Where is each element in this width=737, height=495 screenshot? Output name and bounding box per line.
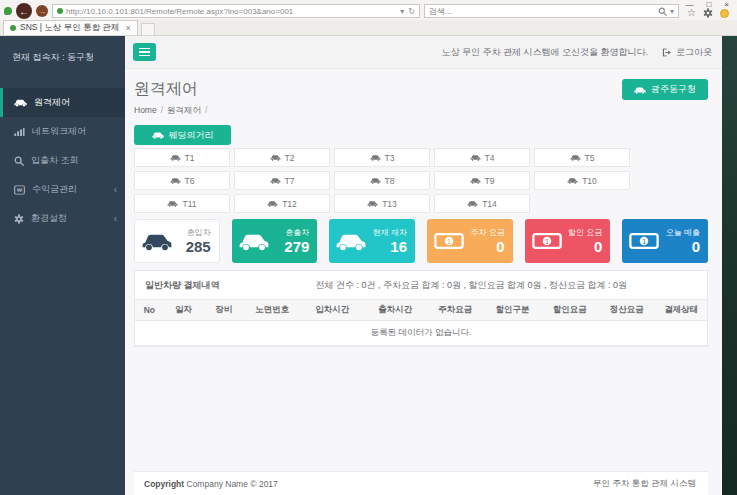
- browser-search-input[interactable]: [429, 7, 654, 16]
- chevron-left-icon: ‹: [114, 184, 117, 195]
- terminal-button-t7[interactable]: T7: [234, 171, 330, 190]
- url-text[interactable]: http://10.10.0.101:801/Remote/Remote.asp…: [66, 7, 397, 16]
- car-icon: [170, 154, 181, 161]
- maximize-button[interactable]: □: [706, 1, 711, 9]
- stat-value: 279: [284, 239, 309, 256]
- site-select-label: 광주동구청: [651, 83, 696, 96]
- stat-value: 0: [594, 239, 602, 256]
- terminal-label: T5: [585, 153, 595, 163]
- terminal-button-t5[interactable]: T5: [534, 148, 630, 167]
- breadcrumb-separator: /: [161, 105, 163, 117]
- system-name: 무인 주차 통합 관제 시스템: [593, 478, 696, 490]
- page-heading: 원격제어 Home / 원격제어 / 광주동구청: [125, 69, 722, 117]
- terminal-button-t3[interactable]: T3: [334, 148, 430, 167]
- copyright-bold: Copyright: [144, 479, 184, 489]
- tab-favicon: [10, 25, 16, 31]
- car-icon: [467, 200, 478, 207]
- terminal-label: T10: [582, 176, 597, 186]
- terminal-button-t6[interactable]: T6: [134, 171, 230, 190]
- stat-card-total-entries: 총입차285: [134, 219, 220, 263]
- sidebar-item-remote-control[interactable]: 원격제어: [0, 88, 125, 117]
- terminal-button-t9[interactable]: T9: [434, 171, 530, 190]
- address-bar[interactable]: http://10.10.0.101:801/Remote/Remote.asp…: [52, 4, 420, 18]
- terminal-label: T2: [285, 153, 295, 163]
- refresh-icon[interactable]: ↻: [408, 7, 415, 16]
- breadcrumb-home-link[interactable]: Home: [134, 105, 157, 117]
- column-header-equipment: 장비: [204, 300, 244, 321]
- sidebar-item-settings[interactable]: 환경설정 ‹: [0, 204, 125, 233]
- close-button[interactable]: ×: [724, 1, 729, 9]
- stat-card-currently-parked: 현재 재차16: [329, 219, 415, 263]
- car-icon: [267, 200, 278, 207]
- page-footer: Copyright Company Name © 2017 무인 주차 통합 관…: [134, 471, 708, 495]
- sidebar-item-label: 수익금관리: [32, 183, 77, 196]
- column-header-discount-type: 할인구분: [484, 300, 541, 321]
- terminal-button-t10[interactable]: T10: [534, 171, 630, 190]
- stat-label: 현재 재차: [373, 227, 407, 238]
- browser-app-icon: [4, 7, 12, 15]
- car-icon: [370, 154, 381, 161]
- minimize-button[interactable]: —: [685, 1, 693, 9]
- stat-value: 0: [692, 239, 700, 256]
- car-icon: [336, 231, 366, 251]
- logout-button[interactable]: 로그아웃: [662, 46, 712, 59]
- terminal-button-t13[interactable]: T13: [334, 194, 430, 213]
- browser-search-box[interactable]: ▾: [424, 4, 679, 18]
- browser-tab[interactable]: SNS | 노상 무인 통합 관제 ×: [3, 20, 138, 35]
- terminal-button-t2[interactable]: T2: [234, 148, 330, 167]
- new-tab-button[interactable]: [141, 23, 155, 35]
- sidebar-item-entry-exit-search[interactable]: 입출차 조회: [0, 146, 125, 175]
- stat-label: 할인 요금: [568, 227, 602, 238]
- payment-table: No 일자 장비 노면번호 입차시간 출차시간 주차요금 할인구분 할인요금 정…: [135, 299, 707, 346]
- terminal-button-t4[interactable]: T4: [434, 148, 530, 167]
- terminal-button-t12[interactable]: T12: [234, 194, 330, 213]
- browser-back-button[interactable]: ←: [16, 3, 32, 19]
- panel-title: 일반차량 결제내역: [145, 279, 220, 292]
- breadcrumb-current: 원격제어: [167, 105, 201, 117]
- browser-settings-gear-icon[interactable]: [703, 8, 713, 18]
- feedback-smiley-icon[interactable]: [720, 9, 729, 18]
- car-icon: [142, 231, 172, 251]
- terminal-grid: T1 T2 T3 T4 T5 T6 T7 T8 T9 T10 T11 T12 T…: [134, 148, 631, 213]
- stat-label: 오늘 매출: [666, 227, 700, 238]
- terminal-label: T4: [485, 153, 495, 163]
- sidebar-item-label: 입출차 조회: [31, 154, 79, 167]
- search-icon[interactable]: [658, 7, 667, 16]
- tab-close-icon[interactable]: ×: [126, 23, 131, 33]
- car-icon: [239, 231, 269, 251]
- search-dropdown-icon[interactable]: ▾: [670, 7, 674, 16]
- page-title: 원격제어: [134, 79, 207, 100]
- terminal-button-t11[interactable]: T11: [134, 194, 230, 213]
- zone-button[interactable]: 웨딩의거리: [134, 125, 231, 145]
- terminal-button-t14[interactable]: T14: [434, 194, 530, 213]
- stat-card-parking-fee: 주차 요금0: [427, 219, 513, 263]
- desktop-background-strip: [722, 36, 737, 495]
- money-icon: [434, 232, 464, 250]
- site-select-button[interactable]: 광주동구청: [622, 79, 708, 100]
- terminal-button-t8[interactable]: T8: [334, 171, 430, 190]
- hamburger-menu-button[interactable]: [133, 43, 156, 61]
- browser-forward-button[interactable]: →: [36, 5, 48, 17]
- stat-value: 0: [496, 239, 504, 256]
- welcome-message: 노상 무인 주차 관제 시스템에 오신것을 환영합니다.: [441, 46, 648, 59]
- sidebar-item-revenue-management[interactable]: 수익금관리 ‹: [0, 175, 125, 204]
- breadcrumb: Home / 원격제어 /: [134, 105, 207, 117]
- sign-out-icon: [662, 48, 672, 57]
- terminal-button-t1[interactable]: T1: [134, 148, 230, 167]
- column-header-settlement-fee: 정산요금: [598, 300, 655, 321]
- favorites-star-icon[interactable]: ☆: [687, 8, 696, 18]
- car-icon: [570, 154, 581, 161]
- terminal-label: T6: [185, 176, 195, 186]
- signal-icon: [14, 128, 25, 136]
- sidebar: 현재 접속자 : 동구청 원격제어 네트워크제어 입출차 조회 수익금관리: [0, 36, 125, 495]
- car-icon: [152, 131, 164, 139]
- money-icon: [629, 232, 659, 250]
- stat-cards: 총입차285 총출차279 현재 재차16 주차 요금0: [134, 219, 708, 263]
- site-favicon: [57, 8, 63, 14]
- sidebar-item-label: 원격제어: [34, 96, 70, 109]
- address-dropdown-icon[interactable]: ▾: [400, 7, 404, 16]
- terminal-label: T13: [382, 199, 397, 209]
- stat-card-today-sales: 오늘 매출0: [622, 219, 708, 263]
- terminal-label: T3: [385, 153, 395, 163]
- sidebar-item-network-control[interactable]: 네트워크제어: [0, 117, 125, 146]
